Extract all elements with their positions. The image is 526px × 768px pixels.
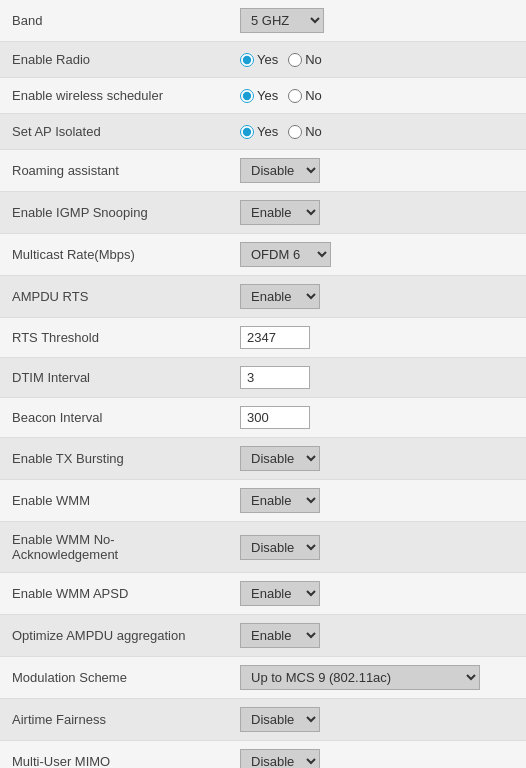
label-band: Band bbox=[0, 0, 230, 42]
setting-row-modulation-scheme: Modulation SchemeUp to MCS 9 (802.11ac)U… bbox=[0, 657, 526, 699]
select-multicast-rate[interactable]: OFDM 6OFDM 9OFDM 12OFDM 18 bbox=[240, 242, 331, 267]
radio-group-enable-wireless-scheduler: YesNo bbox=[240, 88, 516, 103]
label-ampdu-rts: AMPDU RTS bbox=[0, 276, 230, 318]
control-airtime-fairness: DisableEnable bbox=[230, 699, 526, 741]
label-enable-wireless-scheduler: Enable wireless scheduler bbox=[0, 78, 230, 114]
select-band[interactable]: 2.4 GHZ5 GHZ bbox=[240, 8, 324, 33]
setting-row-dtim-interval: DTIM Interval bbox=[0, 358, 526, 398]
select-enable-wmm-no-ack[interactable]: DisableEnable bbox=[240, 535, 320, 560]
control-rts-threshold bbox=[230, 318, 526, 358]
control-dtim-interval bbox=[230, 358, 526, 398]
label-airtime-fairness: Airtime Fairness bbox=[0, 699, 230, 741]
control-beacon-interval bbox=[230, 398, 526, 438]
label-beacon-interval: Beacon Interval bbox=[0, 398, 230, 438]
input-rts-threshold[interactable] bbox=[240, 326, 310, 349]
setting-row-multicast-rate: Multicast Rate(Mbps)OFDM 6OFDM 9OFDM 12O… bbox=[0, 234, 526, 276]
radio-label-enable-wireless-scheduler-no[interactable]: No bbox=[288, 88, 322, 103]
label-optimize-ampdu: Optimize AMPDU aggregation bbox=[0, 615, 230, 657]
setting-row-enable-igmp-snooping: Enable IGMP SnoopingEnableDisable bbox=[0, 192, 526, 234]
setting-row-band: Band2.4 GHZ5 GHZ bbox=[0, 0, 526, 42]
radio-enable-radio-yes[interactable] bbox=[240, 53, 254, 67]
setting-row-rts-threshold: RTS Threshold bbox=[0, 318, 526, 358]
setting-row-enable-wmm-apsd: Enable WMM APSDEnableDisable bbox=[0, 573, 526, 615]
setting-row-enable-tx-bursting: Enable TX BurstingDisableEnable bbox=[0, 438, 526, 480]
setting-row-beacon-interval: Beacon Interval bbox=[0, 398, 526, 438]
radio-label-enable-radio-yes[interactable]: Yes bbox=[240, 52, 278, 67]
control-modulation-scheme: Up to MCS 9 (802.11ac)Up to MCS 7 (802.1… bbox=[230, 657, 526, 699]
label-multi-user-mimo: Multi-User MIMO bbox=[0, 741, 230, 769]
select-enable-wmm-apsd[interactable]: EnableDisable bbox=[240, 581, 320, 606]
control-enable-wmm-apsd: EnableDisable bbox=[230, 573, 526, 615]
select-enable-wmm[interactable]: EnableDisable bbox=[240, 488, 320, 513]
label-enable-radio: Enable Radio bbox=[0, 42, 230, 78]
control-roaming-assistant: DisableEnable bbox=[230, 150, 526, 192]
label-enable-igmp-snooping: Enable IGMP Snooping bbox=[0, 192, 230, 234]
label-modulation-scheme: Modulation Scheme bbox=[0, 657, 230, 699]
setting-row-ampdu-rts: AMPDU RTSEnableDisable bbox=[0, 276, 526, 318]
control-optimize-ampdu: EnableDisable bbox=[230, 615, 526, 657]
control-enable-tx-bursting: DisableEnable bbox=[230, 438, 526, 480]
setting-row-optimize-ampdu: Optimize AMPDU aggregationEnableDisable bbox=[0, 615, 526, 657]
label-enable-wmm: Enable WMM bbox=[0, 480, 230, 522]
control-band: 2.4 GHZ5 GHZ bbox=[230, 0, 526, 42]
select-optimize-ampdu[interactable]: EnableDisable bbox=[240, 623, 320, 648]
setting-row-set-ap-isolated: Set AP IsolatedYesNo bbox=[0, 114, 526, 150]
select-enable-tx-bursting[interactable]: DisableEnable bbox=[240, 446, 320, 471]
control-enable-igmp-snooping: EnableDisable bbox=[230, 192, 526, 234]
select-airtime-fairness[interactable]: DisableEnable bbox=[240, 707, 320, 732]
setting-row-airtime-fairness: Airtime FairnessDisableEnable bbox=[0, 699, 526, 741]
select-enable-igmp-snooping[interactable]: EnableDisable bbox=[240, 200, 320, 225]
radio-label-enable-radio-no[interactable]: No bbox=[288, 52, 322, 67]
radio-group-enable-radio: YesNo bbox=[240, 52, 516, 67]
select-modulation-scheme[interactable]: Up to MCS 9 (802.11ac)Up to MCS 7 (802.1… bbox=[240, 665, 480, 690]
radio-label-set-ap-isolated-yes[interactable]: Yes bbox=[240, 124, 278, 139]
control-multi-user-mimo: DisableEnable bbox=[230, 741, 526, 769]
input-beacon-interval[interactable] bbox=[240, 406, 310, 429]
input-dtim-interval[interactable] bbox=[240, 366, 310, 389]
control-enable-wireless-scheduler: YesNo bbox=[230, 78, 526, 114]
label-dtim-interval: DTIM Interval bbox=[0, 358, 230, 398]
control-enable-radio: YesNo bbox=[230, 42, 526, 78]
label-multicast-rate: Multicast Rate(Mbps) bbox=[0, 234, 230, 276]
control-multicast-rate: OFDM 6OFDM 9OFDM 12OFDM 18 bbox=[230, 234, 526, 276]
setting-row-roaming-assistant: Roaming assistantDisableEnable bbox=[0, 150, 526, 192]
setting-row-enable-wmm-no-ack: Enable WMM No-AcknowledgementDisableEnab… bbox=[0, 522, 526, 573]
radio-enable-radio-no[interactable] bbox=[288, 53, 302, 67]
label-set-ap-isolated: Set AP Isolated bbox=[0, 114, 230, 150]
radio-label-enable-wireless-scheduler-yes[interactable]: Yes bbox=[240, 88, 278, 103]
label-rts-threshold: RTS Threshold bbox=[0, 318, 230, 358]
setting-row-enable-wmm: Enable WMMEnableDisable bbox=[0, 480, 526, 522]
radio-enable-wireless-scheduler-yes[interactable] bbox=[240, 89, 254, 103]
control-set-ap-isolated: YesNo bbox=[230, 114, 526, 150]
control-enable-wmm: EnableDisable bbox=[230, 480, 526, 522]
radio-set-ap-isolated-yes[interactable] bbox=[240, 125, 254, 139]
select-multi-user-mimo[interactable]: DisableEnable bbox=[240, 749, 320, 768]
label-enable-tx-bursting: Enable TX Bursting bbox=[0, 438, 230, 480]
radio-group-set-ap-isolated: YesNo bbox=[240, 124, 516, 139]
setting-row-multi-user-mimo: Multi-User MIMODisableEnable bbox=[0, 741, 526, 769]
settings-table: Band2.4 GHZ5 GHZEnable RadioYesNoEnable … bbox=[0, 0, 526, 768]
setting-row-enable-radio: Enable RadioYesNo bbox=[0, 42, 526, 78]
control-enable-wmm-no-ack: DisableEnable bbox=[230, 522, 526, 573]
label-roaming-assistant: Roaming assistant bbox=[0, 150, 230, 192]
radio-label-set-ap-isolated-no[interactable]: No bbox=[288, 124, 322, 139]
label-enable-wmm-apsd: Enable WMM APSD bbox=[0, 573, 230, 615]
control-ampdu-rts: EnableDisable bbox=[230, 276, 526, 318]
radio-set-ap-isolated-no[interactable] bbox=[288, 125, 302, 139]
select-roaming-assistant[interactable]: DisableEnable bbox=[240, 158, 320, 183]
label-enable-wmm-no-ack: Enable WMM No-Acknowledgement bbox=[0, 522, 230, 573]
select-ampdu-rts[interactable]: EnableDisable bbox=[240, 284, 320, 309]
radio-enable-wireless-scheduler-no[interactable] bbox=[288, 89, 302, 103]
setting-row-enable-wireless-scheduler: Enable wireless schedulerYesNo bbox=[0, 78, 526, 114]
